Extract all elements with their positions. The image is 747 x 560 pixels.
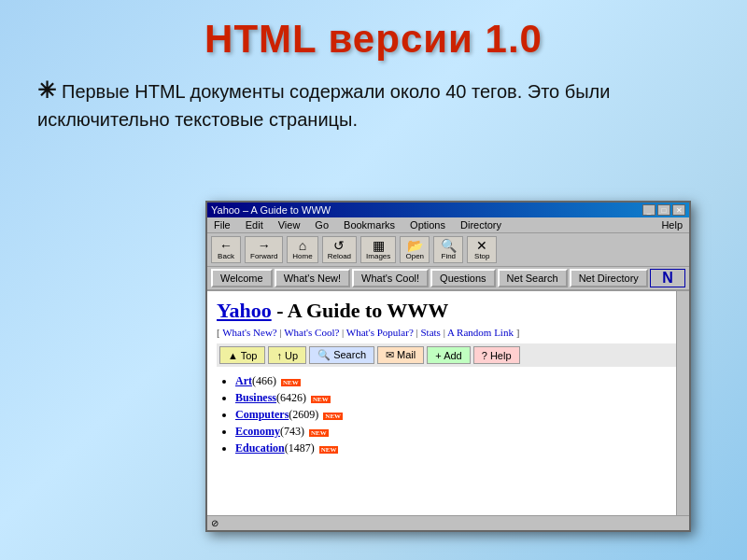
open-button[interactable]: 📂 Open — [400, 236, 430, 263]
menu-go[interactable]: Go — [312, 218, 331, 231]
forward-icon: → — [258, 239, 271, 252]
list-item: Economy(743) NEW — [235, 425, 680, 439]
reload-label: Reload — [328, 252, 351, 260]
action-toolbar: ▲ Top ↑ Up 🔍 Search ✉ Mail + Add ? Help — [217, 343, 680, 367]
back-button[interactable]: ← Back — [211, 236, 241, 263]
stats-link[interactable]: Stats — [421, 327, 441, 338]
computers-link[interactable]: Computers — [235, 408, 289, 421]
nav-whats-cool[interactable]: What's Cool! — [352, 269, 429, 287]
up-button[interactable]: ↑ Up — [268, 346, 306, 364]
find-icon: 🔍 — [441, 239, 457, 252]
add-button[interactable]: + Add — [427, 346, 470, 364]
list-item: Art(466) NEW — [235, 374, 680, 388]
close-button[interactable]: ✕ — [672, 204, 685, 216]
business-new-badge: NEW — [311, 396, 331, 403]
browser-window: Yahoo – A Guide to WWW _ □ ✕ File Edit V… — [205, 201, 691, 532]
images-icon: ▦ — [373, 239, 385, 252]
top-button[interactable]: ▲ Top — [219, 346, 265, 364]
list-item: Education(1487) NEW — [235, 441, 680, 455]
education-new-badge: NEW — [319, 446, 339, 454]
stop-button[interactable]: ✕ Stop — [467, 236, 497, 263]
titlebar-text: Yahoo – A Guide to WWW — [211, 204, 331, 216]
scrollbar[interactable] — [676, 291, 689, 516]
browser-titlebar: Yahoo – A Guide to WWW _ □ ✕ — [207, 203, 689, 217]
menu-help[interactable]: Help — [658, 218, 685, 231]
list-item: Computers(2609) NEW — [235, 408, 680, 422]
stop-icon: ✕ — [476, 239, 487, 252]
browser-toolbar: ← Back → Forward ⌂ Home ↺ Reload ▦ Image… — [207, 233, 689, 267]
whats-cool-link[interactable]: What's Cool? — [284, 327, 339, 338]
whats-new-link[interactable]: What's New? — [222, 327, 277, 338]
home-button[interactable]: ⌂ Home — [287, 236, 317, 263]
forward-label: Forward — [250, 252, 277, 260]
nav-logo: N — [650, 269, 685, 287]
main-text: Первые HTML документы содержали около 40… — [37, 81, 610, 130]
help-button[interactable]: ? Help — [473, 346, 520, 364]
images-button[interactable]: ▦ Images — [360, 236, 396, 263]
home-label: Home — [292, 252, 312, 260]
back-icon: ← — [219, 239, 233, 252]
random-link[interactable]: A Random Link — [447, 327, 514, 338]
economy-new-badge: NEW — [309, 429, 329, 437]
search-button[interactable]: 🔍 Search — [309, 346, 374, 364]
open-label: Open — [405, 252, 424, 260]
reload-button[interactable]: ↺ Reload — [322, 236, 357, 263]
art-new-badge: NEW — [281, 379, 301, 386]
find-button[interactable]: 🔍 Find — [433, 236, 463, 263]
computers-new-badge: NEW — [323, 413, 343, 420]
yahoo-tagline: - A Guide to WWW — [272, 299, 449, 322]
slide-title: HTML версии 1.0 — [0, 17, 747, 62]
minimize-button[interactable]: _ — [642, 204, 655, 216]
find-label: Find — [442, 252, 457, 260]
menu-view[interactable]: View — [275, 218, 303, 231]
bullet-star: ✳ — [37, 77, 56, 103]
titlebar-buttons: _ □ ✕ — [642, 204, 685, 216]
images-label: Images — [366, 252, 390, 260]
yahoo-title-row: Yahoo - A Guide to WWW — [217, 299, 680, 323]
forward-button[interactable]: → Forward — [245, 236, 283, 263]
menu-directory[interactable]: Directory — [458, 218, 504, 231]
menu-options[interactable]: Options — [407, 218, 448, 231]
mail-button[interactable]: ✉ Mail — [377, 346, 424, 364]
art-link[interactable]: Art — [235, 374, 252, 387]
nav-net-directory[interactable]: Net Directory — [570, 269, 648, 287]
reload-icon: ↺ — [333, 239, 345, 252]
list-item: Business(6426) NEW — [235, 391, 680, 405]
yahoo-link[interactable]: Yahoo — [217, 299, 272, 322]
art-count: (466) — [252, 374, 276, 387]
category-list: Art(466) NEW Business(6426) NEW Computer… — [217, 374, 680, 455]
stop-label: Stop — [474, 252, 489, 260]
back-label: Back — [218, 252, 234, 260]
browser-statusbar: ⊘ — [207, 515, 689, 530]
browser-content: Yahoo - A Guide to WWW [ What's New? | W… — [207, 291, 689, 516]
menu-file[interactable]: File — [211, 218, 233, 231]
open-icon: 📂 — [407, 239, 423, 252]
status-icon: ⊘ — [211, 518, 218, 528]
business-count: (6426) — [276, 391, 306, 404]
education-count: (1487) — [285, 441, 315, 455]
business-link[interactable]: Business — [235, 391, 276, 404]
menu-edit[interactable]: Edit — [243, 218, 266, 231]
nav-net-search[interactable]: Net Search — [498, 269, 568, 287]
education-link[interactable]: Education — [235, 441, 285, 455]
nav-whats-new[interactable]: What's New! — [275, 269, 350, 287]
nav-bar: Welcome What's New! What's Cool! Questio… — [207, 267, 689, 291]
nav-welcome[interactable]: Welcome — [211, 269, 273, 287]
slide-title-section: HTML версии 1.0 — [0, 0, 747, 62]
economy-link[interactable]: Economy — [235, 425, 280, 438]
main-paragraph: ✳Первые HTML документы содержали около 4… — [37, 75, 728, 133]
nav-questions[interactable]: Questions — [430, 269, 496, 287]
maximize-button[interactable]: □ — [657, 204, 670, 216]
sep5: ] — [516, 327, 520, 338]
content-links-row: [ What's New? | What's Cool? | What's Po… — [217, 327, 680, 338]
main-text-section: ✳Первые HTML документы содержали около 4… — [0, 75, 747, 133]
home-icon: ⌂ — [299, 239, 306, 252]
menu-bookmarks[interactable]: Bookmarks — [341, 218, 398, 231]
whats-popular-link[interactable]: What's Popular? — [346, 327, 414, 338]
economy-count: (743) — [280, 425, 304, 438]
computers-count: (2609) — [289, 408, 318, 421]
browser-menubar: File Edit View Go Bookmarks Options Dire… — [207, 217, 689, 233]
